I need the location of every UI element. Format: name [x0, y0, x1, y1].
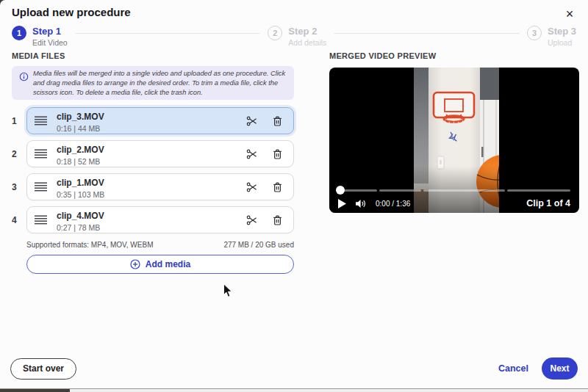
list-footer: Supported formats: MP4, MOV, WEBM 277 MB… — [26, 241, 294, 249]
merged-preview-heading: MERGED VIDEO PREVIEW — [329, 51, 579, 60]
step-2-sublabel: Add details — [288, 38, 326, 47]
step-1: 1 Step 1 Edit Video — [12, 26, 68, 47]
modal: Upload new procedure × 1 Step 1 Edit Vid… — [0, 0, 588, 388]
row-order-number: 3 — [12, 182, 21, 192]
file-name: clip_2.MOV — [57, 145, 104, 155]
cancel-button[interactable]: Cancel — [498, 363, 528, 374]
row-order-number: 2 — [12, 149, 21, 159]
media-card-clip3[interactable]: clip_3.MOV 0:16 | 44 MB — [26, 107, 294, 134]
volume-button[interactable] — [355, 199, 367, 208]
step-1-circle: 1 — [12, 26, 26, 40]
media-card-clip2[interactable]: clip_2.MOV 0:18 | 52 MB — [26, 140, 294, 167]
time-display: 0:00 / 1:36 — [376, 200, 410, 208]
trim-button[interactable] — [246, 181, 258, 193]
drag-handle-icon[interactable] — [35, 182, 47, 192]
media-list: 1 clip_3.MOV 0:16 | 44 MB — [12, 107, 294, 233]
play-icon — [338, 199, 346, 208]
progress-segment[interactable] — [340, 189, 377, 192]
trash-icon — [272, 115, 283, 127]
row-order-number: 4 — [12, 215, 21, 225]
background-dark-block — [0, 389, 70, 392]
delete-button[interactable] — [272, 181, 283, 193]
step-3-sublabel: Upload — [548, 38, 576, 47]
progress-segment[interactable] — [379, 189, 421, 192]
drag-handle-icon[interactable] — [35, 215, 47, 225]
step-2: 2 Step 2 Add details — [268, 26, 326, 47]
playhead-handle[interactable] — [336, 186, 345, 195]
row-order-number: 1 — [12, 116, 21, 126]
delete-button[interactable] — [272, 214, 283, 226]
scissors-icon — [246, 148, 258, 160]
clip-counter: Clip 1 of 4 — [526, 198, 570, 208]
upload-procedure-dialog: Upload new procedure × 1 Step 1 Edit Vid… — [0, 0, 588, 392]
scissors-icon — [246, 181, 258, 193]
info-banner-text: Media files will be merged into a single… — [33, 69, 288, 97]
close-icon: × — [566, 7, 574, 21]
video-player[interactable]: 0:00 / 1:36 Clip 1 of 4 — [329, 68, 579, 213]
start-over-button[interactable]: Start over — [10, 358, 76, 380]
supported-formats-label: Supported formats: MP4, MOV, WEBM — [26, 241, 153, 249]
next-button[interactable]: Next — [542, 357, 578, 380]
info-icon — [19, 71, 29, 84]
add-media-label: Add media — [146, 259, 190, 269]
file-meta: 0:18 | 52 MB — [57, 157, 246, 166]
step-3-circle: 3 — [527, 26, 542, 40]
storage-usage-label: 277 MB / 20 GB used — [223, 241, 294, 249]
player-controls: 0:00 / 1:36 Clip 1 of 4 — [338, 197, 570, 210]
step-1-sublabel: Edit Video — [32, 38, 68, 47]
modal-footer: Start over Cancel Next — [10, 357, 578, 380]
drag-handle-icon[interactable] — [35, 116, 47, 126]
file-name: clip_3.MOV — [57, 112, 104, 122]
file-name: clip_4.MOV — [57, 211, 104, 221]
trim-button[interactable] — [246, 148, 258, 160]
step-2-label: Step 2 — [288, 26, 326, 37]
media-row-1: 1 clip_3.MOV 0:16 | 44 MB — [12, 107, 294, 134]
merged-preview-panel: MERGED VIDEO PREVIEW — [329, 51, 579, 213]
trim-button[interactable] — [246, 214, 258, 226]
background-content-sliver — [0, 388, 588, 392]
delete-button[interactable] — [272, 115, 283, 127]
file-meta: 0:35 | 103 MB — [57, 190, 246, 199]
clip-segments — [340, 189, 570, 192]
volume-icon — [355, 199, 367, 208]
info-banner: Media files will be merged into a single… — [12, 66, 294, 100]
step-connector — [334, 33, 520, 34]
file-name: clip_1.MOV — [57, 178, 104, 188]
plus-circle-icon — [130, 259, 140, 269]
media-row-2: 2 clip_2.MOV 0:18 | 52 MB — [12, 140, 294, 167]
file-meta: 0:27 | 78 MB — [57, 223, 246, 232]
progress-segment[interactable] — [423, 189, 505, 192]
page-title: Upload new procedure — [12, 6, 131, 18]
step-indicator: 1 Step 1 Edit Video 2 Step 2 Add details… — [12, 26, 576, 47]
trash-icon — [272, 214, 283, 226]
seek-bar[interactable] — [340, 186, 570, 195]
trash-icon — [272, 181, 283, 193]
step-connector — [75, 33, 261, 34]
delete-button[interactable] — [272, 148, 283, 160]
media-card-clip4[interactable]: clip_4.MOV 0:27 | 78 MB — [26, 206, 294, 233]
media-files-heading: MEDIA FILES — [12, 51, 294, 60]
trim-button[interactable] — [246, 115, 258, 127]
media-row-4: 4 clip_4.MOV 0:27 | 78 MB — [12, 206, 294, 233]
step-3-label: Step 3 — [548, 26, 576, 37]
trash-icon — [272, 148, 283, 160]
add-media-button[interactable]: Add media — [26, 255, 294, 274]
media-card-clip1[interactable]: clip_1.MOV 0:35 | 103 MB — [26, 173, 294, 200]
close-button[interactable]: × — [562, 6, 578, 22]
play-button[interactable] — [338, 199, 346, 208]
step-2-circle: 2 — [268, 26, 282, 40]
media-row-3: 3 clip_1.MOV 0:35 | 103 MB — [12, 173, 294, 200]
drag-handle-icon[interactable] — [35, 149, 47, 159]
progress-segment[interactable] — [507, 189, 570, 192]
step-1-label: Step 1 — [32, 26, 68, 37]
media-files-panel: MEDIA FILES Media files will be merged i… — [12, 51, 294, 274]
scissors-icon — [246, 214, 258, 226]
scissors-icon — [246, 115, 258, 127]
file-meta: 0:16 | 44 MB — [57, 124, 246, 133]
step-3: 3 Step 3 Upload — [527, 26, 576, 47]
